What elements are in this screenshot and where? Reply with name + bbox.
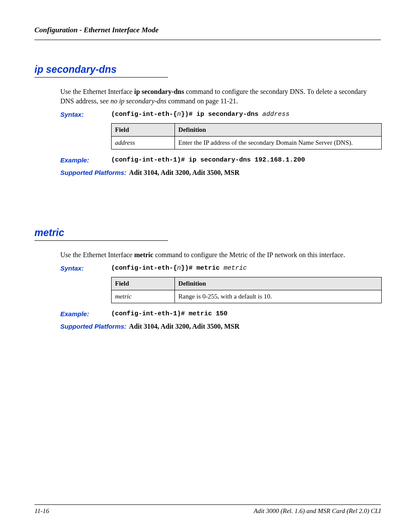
intro-prefix: Use the Ethernet Interface [60, 251, 134, 258]
th-field: Field [112, 123, 175, 136]
table-row: metric Range is 0-255, with a default is… [112, 290, 382, 303]
td-definition: Enter the IP address of the secondary Do… [175, 136, 382, 149]
footer-doc-title: Adit 3000 (Rel. 1.6) and MSR Card (Rel 2… [254, 507, 381, 515]
intro-middle: command to configure the Metric of the I… [153, 251, 345, 258]
example-label: Example: [60, 309, 111, 318]
platforms-label: Supported Platforms: [60, 168, 126, 177]
syntax-row: Syntax: (config-int-eth-{n})# ip seconda… [60, 110, 381, 119]
td-field: address [112, 136, 175, 149]
intro-prefix: Use the Ethernet Interface [60, 88, 134, 95]
field-definition-table: Field Definition address Enter the IP ad… [111, 123, 382, 149]
intro-bold-command: metric [134, 251, 153, 258]
syntax-mid: })# ip secondary-dns [181, 111, 262, 118]
platforms-value: Adit 3104, Adit 3200, Adit 3500, MSR [129, 168, 239, 177]
td-definition: Range is 0-255, with a default is 10. [175, 290, 382, 303]
running-header: Configuration - Ethernet Interface Mode [34, 26, 381, 40]
syntax-arg: metric [224, 264, 247, 272]
page-footer: 11-16 Adit 3000 (Rel. 1.6) and MSR Card … [34, 504, 381, 515]
example-row: Example: (config-int-eth-1)# metric 150 [60, 309, 381, 318]
platforms-label: Supported Platforms: [60, 322, 126, 331]
intro-paragraph: Use the Ethernet Interface ip secondary-… [60, 87, 381, 106]
syntax-prefix: (config-int-eth-{ [111, 264, 177, 272]
syntax-label: Syntax: [60, 264, 111, 273]
platforms-value: Adit 3104, Adit 3200, Adit 3500, MSR [129, 322, 239, 331]
section-metric: metric Use the Ethernet Interface metric… [34, 227, 381, 331]
syntax-value: (config-int-eth-{n})# metric metric [111, 264, 247, 273]
th-definition: Definition [175, 277, 382, 290]
table-row: address Enter the IP address of the seco… [112, 136, 382, 149]
syntax-value: (config-int-eth-{n})# ip secondary-dns a… [111, 110, 290, 119]
footer-page-number: 11-16 [34, 507, 49, 515]
th-definition: Definition [175, 123, 382, 136]
th-field: Field [112, 277, 175, 290]
platforms-row: Supported Platforms: Adit 3104, Adit 320… [60, 168, 381, 177]
field-definition-table: Field Definition metric Range is 0-255, … [111, 277, 382, 303]
td-field: metric [112, 290, 175, 303]
syntax-mid: })# metric [181, 264, 224, 272]
syntax-row: Syntax: (config-int-eth-{n})# metric met… [60, 264, 381, 273]
syntax-prefix: (config-int-eth-{ [111, 111, 177, 118]
example-value: (config-int-eth-1)# ip secondary-dns 192… [111, 156, 305, 165]
section-title: ip secondary-dns [34, 64, 168, 78]
section-ip-secondary-dns: ip secondary-dns Use the Ethernet Interf… [34, 64, 381, 177]
example-row: Example: (config-int-eth-1)# ip secondar… [60, 156, 381, 165]
intro-italic-ref: no ip secondary-dns [110, 97, 166, 105]
table-header-row: Field Definition [112, 277, 382, 290]
platforms-row: Supported Platforms: Adit 3104, Adit 320… [60, 322, 381, 331]
table-header-row: Field Definition [112, 123, 382, 136]
intro-bold-command: ip secondary-dns [134, 88, 184, 95]
example-label: Example: [60, 156, 111, 165]
syntax-arg: address [262, 111, 290, 118]
example-value: (config-int-eth-1)# metric 150 [111, 309, 227, 318]
intro-paragraph: Use the Ethernet Interface metric comman… [60, 250, 381, 260]
syntax-n: n [177, 111, 181, 118]
section-title: metric [34, 227, 168, 241]
intro-suffix: command on page 11-21. [166, 97, 238, 105]
syntax-n: n [177, 264, 181, 272]
syntax-label: Syntax: [60, 110, 111, 119]
